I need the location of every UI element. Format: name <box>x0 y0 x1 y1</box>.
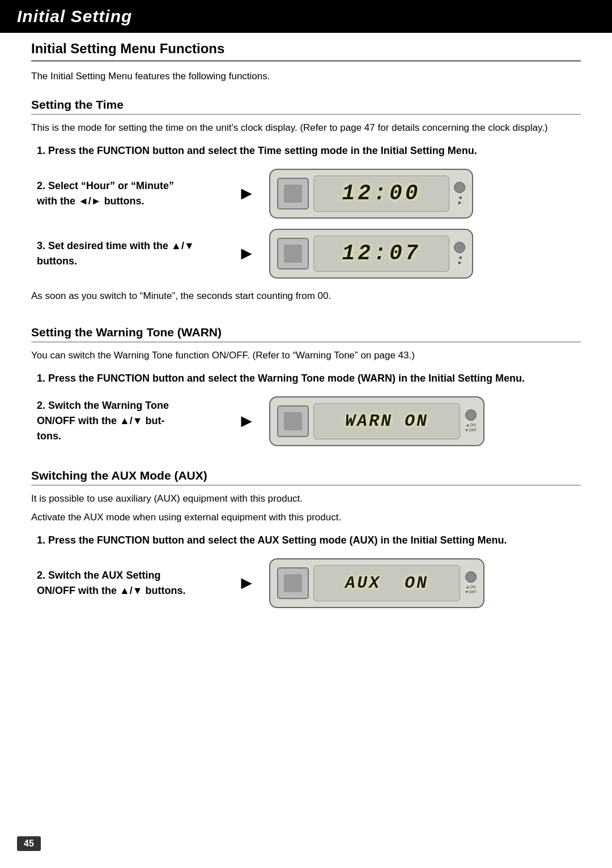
warn-step2-label2: ON/OFF with the ▲/▼ but- <box>37 415 165 426</box>
aux-body2: Activate the AUX mode when using externa… <box>31 510 581 525</box>
aux-step1: 1. Press the FUNCTION button and select … <box>31 533 581 548</box>
warn-step2-display: WARN ON ▲ON▼OFF <box>269 396 484 446</box>
aux-step1-num: 1. <box>37 535 45 546</box>
time-step3-row: 3. Set desired time with the ▲/▼ buttons… <box>31 229 581 279</box>
page-number: 45 <box>17 836 41 851</box>
lcd-tiny-1: ◀▶ <box>458 195 461 205</box>
lcd-left-box-warn <box>277 405 309 437</box>
setting-time-title-bar: Setting the Time <box>31 92 581 115</box>
time-step3-num: 3. <box>37 240 45 251</box>
lcd-tiny-aux: ▲ON▼OFF <box>465 585 477 595</box>
time-step2-label2: with the ◄/► buttons. <box>37 195 144 207</box>
setting-time-heading: Setting the Time <box>31 98 581 112</box>
time-step1-num: 1. <box>37 145 45 156</box>
aux-step2-label: Switch the AUX Setting <box>48 570 160 581</box>
lcd-screen-1: 12:00 <box>313 176 449 212</box>
aux-step2-label2: ON/OFF with the ▲/▼ buttons. <box>37 585 186 596</box>
time-step3-display: 12:07 ◀▶ <box>269 229 473 279</box>
warn-step2-label3: tons. <box>37 430 61 442</box>
lcd-knob-warn <box>465 409 477 421</box>
time-note: As soon as you switch to “Minute”, the s… <box>31 289 581 303</box>
warn-step1: 1. Press the FUNCTION button and select … <box>31 371 581 386</box>
lcd-left-box-1 <box>277 178 309 209</box>
lcd-digits-warn: WARN ON <box>345 412 428 431</box>
page-title: Initial Setting <box>17 7 595 26</box>
lcd-digits-2: 12:07 <box>342 241 420 266</box>
section1-title-bar: Initial Setting Menu Functions <box>31 33 581 62</box>
time-step3-arrow: ► <box>235 243 258 264</box>
aux-heading: Switching the AUX Mode (AUX) <box>31 469 581 482</box>
lcd-left-box-aux <box>277 567 309 599</box>
aux-step2-display: AUX ON ▲ON▼OFF <box>269 558 484 608</box>
lcd-right-side-1: ◀▶ <box>454 182 465 205</box>
aux-title-bar: Switching the AUX Mode (AUX) <box>31 463 581 486</box>
lcd-knob-1 <box>454 182 465 193</box>
warn-step2-row: 2. Switch the Warning Tone ON/OFF with t… <box>31 396 581 446</box>
lcd-tiny-2: ◀▶ <box>458 255 461 265</box>
time-step2-label: Select “Hour” or “Minute” <box>48 180 174 191</box>
time-step2-row: 2. Select “Hour” or “Minute” with the ◄/… <box>31 169 581 219</box>
lcd-left-inner-1 <box>284 185 302 203</box>
header-bar: Initial Setting <box>0 0 612 33</box>
lcd-screen-aux: AUX ON <box>313 565 460 601</box>
section1-intro: The Initial Setting Menu features the fo… <box>31 67 581 82</box>
aux-step2-text: 2. Switch the AUX Setting ON/OFF with th… <box>31 568 224 598</box>
lcd-screen-2: 12:07 <box>313 236 449 272</box>
lcd-right-side-2: ◀▶ <box>454 242 465 265</box>
time-step2-num: 2. <box>37 180 45 191</box>
time-step3-label: Set desired time with the ▲/▼ <box>48 240 194 251</box>
warn-step2-arrow: ► <box>235 411 258 431</box>
time-step2-arrow: ► <box>235 183 258 204</box>
warn-step1-text: Press the FUNCTION button and select the… <box>48 373 525 384</box>
aux-body1: It is possible to use auxiliary (AUX) eq… <box>31 491 581 506</box>
time-step3-text: 3. Set desired time with the ▲/▼ buttons… <box>31 238 224 269</box>
section1-heading: Initial Setting Menu Functions <box>31 41 581 57</box>
aux-step2-row: 2. Switch the AUX Setting ON/OFF with th… <box>31 558 581 608</box>
lcd-left-inner-aux <box>284 574 302 592</box>
warn-heading: Setting the Warning Tone (WARN) <box>31 326 581 339</box>
time-step2-text: 2. Select “Hour” or “Minute” with the ◄/… <box>31 178 224 209</box>
time-step1: 1. Press the FUNCTION button and select … <box>31 143 581 159</box>
warn-step1-num: 1. <box>37 373 45 384</box>
lcd-tiny-warn: ▲ON▼OFF <box>465 423 477 433</box>
lcd-knob-2 <box>454 242 465 253</box>
aux-step2-arrow: ► <box>235 572 258 593</box>
lcd-digits-aux: AUX ON <box>345 574 428 593</box>
lcd-right-side-warn: ▲ON▼OFF <box>465 409 477 433</box>
warn-body: You can switch the Warning Tone function… <box>31 348 581 363</box>
time-step3-label2: buttons. <box>37 255 77 267</box>
warn-title-bar: Setting the Warning Tone (WARN) <box>31 320 581 343</box>
lcd-right-side-aux: ▲ON▼OFF <box>465 571 477 595</box>
lcd-left-inner-warn <box>284 412 302 430</box>
lcd-digits-1: 12:00 <box>342 181 420 206</box>
lcd-knob-aux <box>465 571 477 583</box>
lcd-left-box-2 <box>277 238 309 270</box>
lcd-screen-warn: WARN ON <box>313 403 460 439</box>
time-step1-text: Press the FUNCTION button and select the… <box>48 145 477 156</box>
warn-step2-label: Switch the Warning Tone <box>48 400 169 411</box>
aux-step2-num: 2. <box>37 570 45 581</box>
time-step2-display: 12:00 ◀▶ <box>269 169 473 219</box>
lcd-left-inner-2 <box>284 245 302 263</box>
setting-time-body: This is the mode for setting the time on… <box>31 121 581 135</box>
warn-step2-num: 2. <box>37 400 45 411</box>
warn-step2-text: 2. Switch the Warning Tone ON/OFF with t… <box>31 398 224 444</box>
aux-step1-text: Press the FUNCTION button and select the… <box>48 535 507 546</box>
